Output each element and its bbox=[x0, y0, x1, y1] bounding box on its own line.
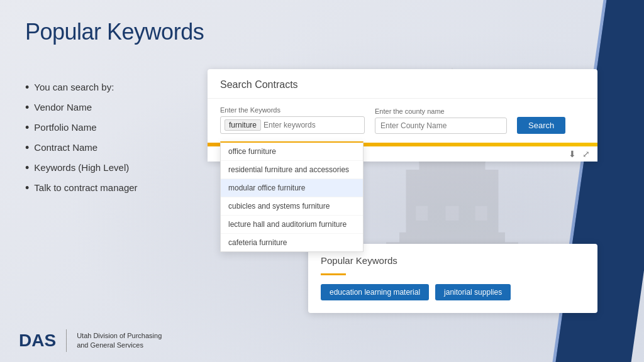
county-input[interactable] bbox=[375, 118, 507, 134]
logo-divider bbox=[66, 329, 67, 352]
search-row: Enter the Keywords furniture Enter the c… bbox=[220, 106, 585, 134]
search-card-body: Enter the Keywords furniture Enter the c… bbox=[208, 99, 597, 143]
keywords-tags: education learning material janitorial s… bbox=[321, 284, 585, 300]
keyword-label: Enter the Keywords bbox=[220, 106, 365, 114]
bullet-vendor: Vendor Name bbox=[25, 102, 138, 113]
dropdown-item-3[interactable]: cubicles and systems furniture bbox=[221, 197, 363, 216]
keywords-card-title: Popular Keywords bbox=[321, 255, 585, 266]
logo-text: Utah Division of Purchasing and General … bbox=[77, 331, 162, 351]
popular-keywords-card: Popular Keywords education learning mate… bbox=[308, 244, 597, 313]
search-contracts-card: Search Contracts Enter the Keywords furn… bbox=[208, 69, 597, 162]
keyword-input-wrap[interactable]: furniture bbox=[220, 116, 365, 134]
dropdown-item-1[interactable]: residential furniture and accessories bbox=[221, 161, 363, 179]
main-content: Popular Keywords You can search by: Vend… bbox=[0, 0, 644, 362]
dropdown-item-0[interactable]: office furniture bbox=[221, 143, 363, 161]
bullet-contract: Contract Name bbox=[25, 142, 138, 153]
keyword-tag: furniture bbox=[225, 119, 261, 131]
logo-line2: and General Services bbox=[77, 341, 162, 350]
keyword-dropdown: office furniture residential furniture a… bbox=[220, 141, 364, 252]
search-button[interactable]: Search bbox=[517, 117, 565, 134]
bullet-intro: You can search by: bbox=[25, 82, 138, 93]
bullet-manager: Talk to contract manager bbox=[25, 182, 138, 194]
share-icon[interactable]: ⤢ bbox=[582, 149, 590, 159]
dropdown-item-5[interactable]: cafeteria furniture bbox=[221, 234, 363, 251]
dropdown-item-2[interactable]: modular office furniture bbox=[221, 179, 363, 197]
search-card-title: Search Contracts bbox=[220, 79, 298, 90]
keywords-divider bbox=[321, 273, 346, 275]
bullet-keywords: Keywords (High Level) bbox=[25, 162, 138, 173]
keyword-chip-1[interactable]: janitorial supplies bbox=[435, 284, 511, 300]
county-label: Enter the county name bbox=[375, 107, 507, 115]
logo-line1: Utah Division of Purchasing bbox=[77, 331, 162, 341]
bullet-list: You can search by: Vendor Name Portfolio… bbox=[25, 82, 138, 202]
page-title: Popular Keywords bbox=[25, 19, 619, 45]
download-icon[interactable]: ⬇ bbox=[569, 149, 576, 159]
keyword-field-group: Enter the Keywords furniture bbox=[220, 106, 365, 134]
keyword-input[interactable] bbox=[264, 121, 360, 129]
keyword-chip-0[interactable]: education learning material bbox=[321, 284, 429, 300]
logo-acronym: DAS bbox=[19, 332, 56, 349]
dropdown-item-4[interactable]: lecture hall and auditorium furniture bbox=[221, 216, 363, 234]
county-field-group: Enter the county name bbox=[375, 107, 507, 134]
logo-bar: DAS Utah Division of Purchasing and Gene… bbox=[19, 329, 162, 352]
bullet-portfolio: Portfolio Name bbox=[25, 122, 138, 133]
search-card-header: Search Contracts bbox=[208, 69, 597, 99]
